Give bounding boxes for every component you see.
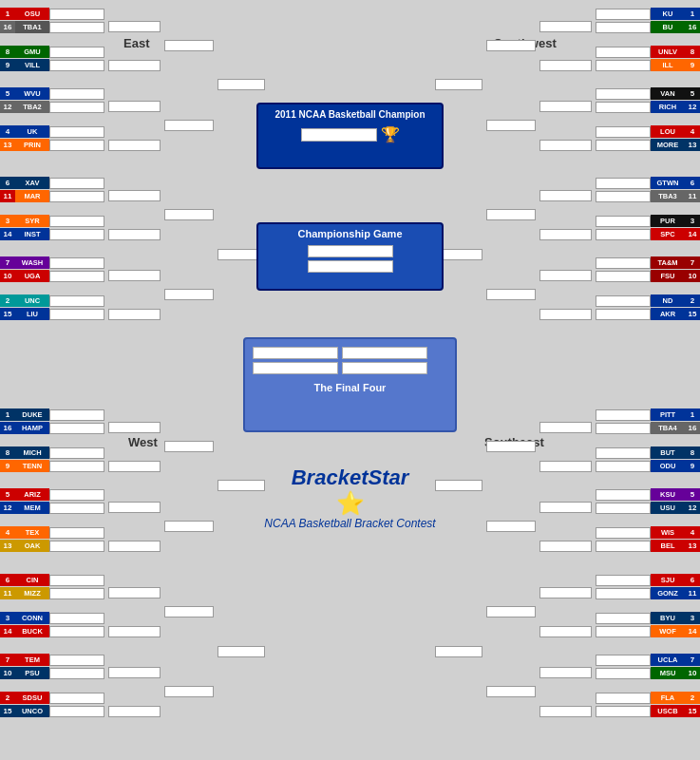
se-r1-1[interactable] [596,409,651,421]
west-r2-7[interactable] [108,667,161,678]
east-r1-8[interactable] [49,140,104,151]
west-r2-5[interactable] [108,587,161,598]
sw-r1-4[interactable] [596,60,651,71]
west-r1-4[interactable] [49,461,104,472]
sw-r2-6[interactable] [539,229,592,240]
west-r3-2[interactable] [164,521,214,532]
east-r1-5[interactable] [49,88,104,100]
west-r2-6[interactable] [108,626,161,637]
sw-r1-9[interactable] [596,178,651,189]
se-r1-16[interactable] [596,706,651,717]
sw-r1-7[interactable] [596,126,651,138]
se-r1-15[interactable] [596,693,651,704]
east-r1-4[interactable] [49,60,104,71]
west-r1-7[interactable] [49,527,104,539]
east-r2-3[interactable] [108,101,161,112]
se-r1-11[interactable] [596,613,651,624]
east-r1-2[interactable] [49,22,104,33]
west-r1-10[interactable] [49,588,104,599]
sw-r3-4[interactable] [486,289,536,300]
west-r2-1[interactable] [108,422,161,433]
east-r2-7[interactable] [108,270,161,281]
sw-r3-3[interactable] [486,209,536,220]
se-r1-8[interactable] [596,541,651,552]
sw-r1-8[interactable] [596,140,651,151]
east-r3-3[interactable] [164,209,214,220]
champion-slot[interactable] [301,128,377,142]
se-r2-3[interactable] [539,502,592,513]
east-r1-13[interactable] [49,257,104,269]
se-r1-13[interactable] [596,655,651,666]
sw-r1-14[interactable] [596,271,651,282]
championship-slot-2[interactable] [308,260,393,273]
east-r1-10[interactable] [49,191,104,202]
ff-slot-1[interactable] [253,347,338,359]
ff-slot-2[interactable] [253,362,338,374]
east-r2-5[interactable] [108,190,161,201]
se-r2-2[interactable] [539,461,592,472]
sw-r2-4[interactable] [539,140,592,151]
east-r2-1[interactable] [108,21,161,32]
sw-r1-10[interactable] [596,191,651,202]
east-r1-6[interactable] [49,102,104,113]
se-r3-3[interactable] [486,606,536,618]
east-r1-14[interactable] [49,271,104,282]
west-r2-4[interactable] [108,541,161,552]
east-r2-6[interactable] [108,229,161,240]
west-r4-2[interactable] [218,646,265,657]
se-r2-7[interactable] [539,667,592,678]
sw-r1-6[interactable] [596,102,651,113]
se-r1-6[interactable] [596,503,651,514]
west-r1-6[interactable] [49,503,104,514]
sw-r3-1[interactable] [486,40,536,51]
west-r1-5[interactable] [49,489,104,501]
west-r1-9[interactable] [49,575,104,586]
east-r3-1[interactable] [164,40,214,51]
se-r3-2[interactable] [486,521,536,532]
east-r1-1[interactable] [49,9,104,20]
ff-slot-4[interactable] [342,362,427,374]
east-r3-4[interactable] [164,289,214,300]
west-r1-2[interactable] [49,423,104,434]
sw-r2-2[interactable] [539,60,592,71]
east-r2-8[interactable] [108,309,161,320]
east-r1-11[interactable] [49,216,104,227]
se-r4-2[interactable] [435,646,482,657]
se-r1-12[interactable] [596,626,651,637]
sw-r2-8[interactable] [539,309,592,320]
west-r1-13[interactable] [49,655,104,666]
se-r1-2[interactable] [596,423,651,434]
se-r1-10[interactable] [596,588,651,599]
se-r1-4[interactable] [596,461,651,472]
ff-slot-3[interactable] [342,347,427,359]
west-r2-3[interactable] [108,502,161,513]
east-r1-12[interactable] [49,229,104,240]
west-r2-8[interactable] [108,706,161,717]
sw-r1-12[interactable] [596,229,651,240]
se-r1-7[interactable] [596,527,651,539]
sw-r2-5[interactable] [539,190,592,201]
se-r2-4[interactable] [539,541,592,552]
east-r4-1[interactable] [218,79,265,90]
se-r2-1[interactable] [539,422,592,433]
sw-r1-3[interactable] [596,47,651,58]
west-r3-4[interactable] [164,686,214,697]
sw-r1-5[interactable] [596,88,651,100]
championship-slot-1[interactable] [308,245,393,257]
se-r2-5[interactable] [539,587,592,598]
sw-r3-2[interactable] [486,120,536,131]
west-r1-3[interactable] [49,447,104,459]
west-r1-11[interactable] [49,613,104,624]
west-r1-12[interactable] [49,626,104,637]
west-r2-2[interactable] [108,461,161,472]
west-r3-3[interactable] [164,606,214,618]
east-r1-9[interactable] [49,178,104,189]
sw-r1-1[interactable] [596,9,651,20]
se-r1-9[interactable] [596,575,651,586]
west-r1-14[interactable] [49,668,104,679]
se-r2-6[interactable] [539,626,592,637]
se-r2-8[interactable] [539,706,592,717]
east-r1-15[interactable] [49,295,104,307]
sw-r1-13[interactable] [596,257,651,269]
east-r1-3[interactable] [49,47,104,58]
